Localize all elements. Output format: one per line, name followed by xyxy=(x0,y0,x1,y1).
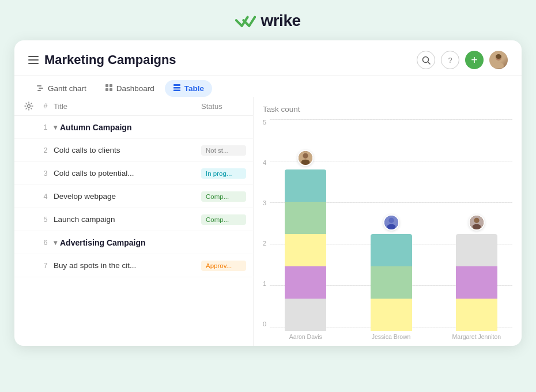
settings-col[interactable] xyxy=(20,101,37,111)
y-label-0: 0 xyxy=(263,321,266,327)
svg-rect-15 xyxy=(173,90,180,92)
svg-point-25 xyxy=(472,224,481,229)
grid-line xyxy=(270,119,512,120)
row-status: Not st... xyxy=(201,145,247,156)
svg-rect-11 xyxy=(105,88,108,91)
bar-segment xyxy=(285,234,326,266)
user-avatar-header[interactable] xyxy=(489,51,508,69)
avatar-image xyxy=(490,52,507,68)
svg-point-19 xyxy=(301,160,310,165)
bars-container: Aaron Davis xyxy=(270,119,512,340)
table-section: # Title Status 1 ▾ Autumn Campaign xyxy=(14,97,254,346)
svg-rect-9 xyxy=(105,84,108,87)
tab-table-label: Table xyxy=(184,84,204,93)
title-col-header: Title xyxy=(54,102,201,111)
status-badge: Not st... xyxy=(201,145,246,156)
table-row[interactable]: 7 Buy ad spots in the cit... Approv... xyxy=(14,254,253,277)
add-button[interactable]: + xyxy=(465,51,484,69)
row-title: Launch campaign xyxy=(54,215,201,224)
bar-segment xyxy=(285,202,326,234)
tab-dashboard[interactable]: Dashboard xyxy=(97,80,163,97)
bar-segment xyxy=(371,299,412,331)
dashboard-icon xyxy=(105,84,113,93)
card-header: Marketing Campaigns ? + xyxy=(14,40,522,76)
bar-x-label-jessica: Jessica Brown xyxy=(372,333,411,340)
row-number: 1 xyxy=(37,123,54,131)
settings-icon xyxy=(24,101,33,111)
row-title: ▾ Advertising Campaign xyxy=(54,238,201,247)
bar-segment xyxy=(285,266,326,299)
row-title: ▾ Autumn Campaign xyxy=(54,123,201,132)
row-number: 2 xyxy=(37,146,54,154)
search-icon xyxy=(422,56,431,65)
header-left: Marketing Campaigns xyxy=(28,52,176,67)
row-title: Develop webpage xyxy=(54,192,201,201)
status-badge: Approv... xyxy=(201,261,246,271)
wrike-logo-icon xyxy=(235,13,256,29)
row-number: 5 xyxy=(37,216,54,224)
bar-segment xyxy=(456,266,497,299)
table-row[interactable]: 5 Launch campaign Comp... xyxy=(14,208,253,231)
bar-segment xyxy=(371,266,412,299)
header-right: ? + xyxy=(417,51,508,69)
svg-rect-8 xyxy=(37,90,41,91)
svg-rect-13 xyxy=(173,84,180,86)
bar-segment xyxy=(371,234,412,266)
chevron-icon: ▾ xyxy=(54,123,57,131)
main-card: Marketing Campaigns ? + xyxy=(14,40,522,346)
chart-area: 5 4 3 2 1 0 xyxy=(263,119,512,340)
svg-point-3 xyxy=(493,62,504,68)
bar-segment xyxy=(285,169,326,202)
chart-title: Task count xyxy=(263,105,512,114)
status-col-header: Status xyxy=(201,102,247,111)
svg-rect-14 xyxy=(173,87,180,89)
hamburger-menu-icon[interactable] xyxy=(28,56,39,64)
row-status: Comp... xyxy=(201,191,247,202)
y-label-4: 4 xyxy=(263,160,266,166)
row-number: 6 xyxy=(37,239,54,247)
svg-rect-7 xyxy=(39,88,43,89)
avatar-margaret xyxy=(470,215,484,230)
row-status: In prog... xyxy=(201,168,247,179)
table-header: # Title Status xyxy=(14,97,253,116)
row-title: Cold calls to clients xyxy=(54,146,201,154)
table-icon xyxy=(173,84,181,93)
svg-rect-10 xyxy=(110,84,112,87)
svg-rect-12 xyxy=(110,88,112,91)
table-row[interactable]: 1 ▾ Autumn Campaign xyxy=(14,116,253,139)
tab-gantt-label: Gantt chart xyxy=(48,84,86,93)
bar-group-aaron: Aaron Davis xyxy=(270,169,341,340)
table-row[interactable]: 2 Cold calls to clients Not st... xyxy=(14,139,253,162)
tab-table[interactable]: Table xyxy=(165,80,212,97)
svg-line-1 xyxy=(428,62,430,64)
row-number: 7 xyxy=(37,262,54,270)
help-button[interactable]: ? xyxy=(441,51,459,69)
row-title: Buy ad spots in the cit... xyxy=(54,261,201,270)
num-col-header: # xyxy=(37,102,54,110)
stacked-bar-jessica xyxy=(371,234,412,331)
status-badge: In prog... xyxy=(201,168,246,179)
y-label-1: 1 xyxy=(263,281,266,287)
tab-gantt[interactable]: Gantt chart xyxy=(28,80,95,97)
search-button[interactable] xyxy=(417,51,435,69)
table-row[interactable]: 4 Develop webpage Comp... xyxy=(14,185,253,208)
row-number: 4 xyxy=(37,193,54,201)
logo-text: wrike xyxy=(261,12,300,30)
bar-segment xyxy=(285,299,326,331)
add-icon: + xyxy=(471,54,478,67)
table-row[interactable]: 3 Cold calls to potential... In prog... xyxy=(14,162,253,185)
bar-segment xyxy=(456,299,497,331)
row-title: Cold calls to potential... xyxy=(54,169,201,178)
y-label-5: 5 xyxy=(263,119,266,126)
y-label-3: 3 xyxy=(263,200,266,206)
row-number: 3 xyxy=(37,169,54,178)
svg-point-16 xyxy=(28,105,31,108)
table-row[interactable]: 6 ▾ Advertising Campaign xyxy=(14,231,253,254)
gantt-icon xyxy=(36,84,44,93)
wrike-logo: wrike xyxy=(235,12,300,30)
avatar-jessica xyxy=(384,215,398,230)
page-title: Marketing Campaigns xyxy=(44,52,176,67)
bar-segment xyxy=(456,234,497,266)
content-area: # Title Status 1 ▾ Autumn Campaign xyxy=(14,97,522,346)
stacked-bar-aaron xyxy=(285,169,326,331)
